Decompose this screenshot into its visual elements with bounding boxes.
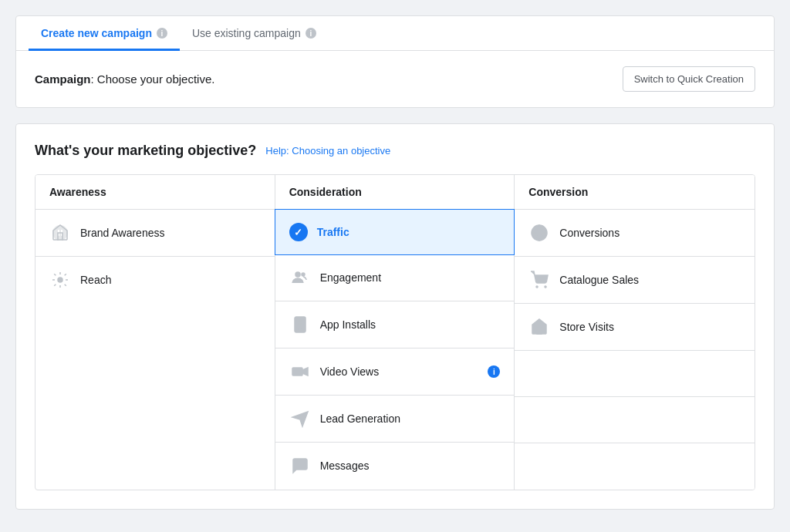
svg-point-19: [536, 286, 538, 288]
svg-point-20: [545, 286, 546, 288]
svg-rect-15: [292, 368, 302, 375]
app-installs-label: App Installs: [320, 318, 376, 331]
top-card: Create new campaign i Use existing campa…: [15, 15, 775, 108]
catalogue-sales-icon: [528, 269, 550, 291]
empty-cell-1: [515, 351, 755, 397]
tab-use-existing-info-icon: i: [306, 28, 316, 39]
tab-create-new-info-icon: i: [157, 28, 167, 39]
objective-item-video-views[interactable]: Video Views i: [275, 348, 515, 396]
brand-awareness-label: Brand Awareness: [80, 227, 164, 239]
engagement-label: Engagement: [320, 271, 381, 284]
objective-section: What's your marketing objective? Help: C…: [15, 123, 775, 510]
empty-cell-3: [515, 443, 755, 490]
reach-icon: [49, 269, 71, 291]
objective-item-catalogue-sales[interactable]: Catalogue Sales: [515, 257, 755, 304]
objective-item-conversions[interactable]: Conversions: [515, 210, 755, 257]
reach-label: Reach: [80, 274, 111, 286]
objective-item-app-installs[interactable]: App Installs: [275, 301, 515, 348]
lead-generation-icon: [289, 408, 311, 429]
svg-line-7: [65, 274, 66, 275]
svg-line-8: [54, 285, 56, 286]
objective-item-store-visits[interactable]: Store Visits: [515, 304, 755, 351]
objective-item-traffic[interactable]: Traffic: [275, 209, 515, 255]
column-conversion: Conversion Conversions: [515, 175, 755, 490]
tab-use-existing[interactable]: Use existing campaign i: [180, 16, 329, 51]
store-visits-label: Store Visits: [559, 321, 614, 333]
traffic-selected-check: [289, 223, 308, 241]
card-body: Campaign: Choose your objective. Switch …: [16, 51, 774, 107]
help-link[interactable]: Help: Choosing an objective: [265, 145, 390, 157]
tab-bar: Create new campaign i Use existing campa…: [16, 16, 774, 51]
video-views-icon: [289, 361, 311, 382]
column-header-awareness: Awareness: [35, 175, 275, 210]
messages-icon: [289, 455, 311, 476]
brand-awareness-icon: [49, 222, 71, 244]
column-header-conversion: Conversion: [515, 175, 755, 210]
tab-create-new[interactable]: Create new campaign i: [29, 16, 180, 51]
objective-title: What's your marketing objective?: [35, 143, 256, 159]
objective-grid: Awareness Brand Awareness: [35, 174, 755, 490]
objective-item-lead-generation[interactable]: Lead Generation: [275, 396, 515, 443]
svg-point-9: [295, 272, 300, 277]
video-views-info-icon[interactable]: i: [488, 365, 500, 378]
switch-to-quick-creation-button[interactable]: Switch to Quick Creation: [623, 66, 755, 92]
column-awareness: Awareness Brand Awareness: [35, 175, 275, 490]
svg-point-0: [58, 278, 62, 282]
column-consideration: Consideration Traffic: [275, 175, 515, 490]
conversions-icon: [528, 222, 550, 244]
svg-point-10: [302, 273, 305, 276]
objective-item-reach[interactable]: Reach: [35, 257, 275, 303]
engagement-icon: [289, 267, 311, 288]
campaign-label-rest: : Choose your objective.: [91, 72, 215, 86]
column-header-consideration: Consideration: [275, 175, 515, 210]
svg-marker-16: [292, 412, 308, 426]
objective-header: What's your marketing objective? Help: C…: [35, 143, 755, 159]
video-views-label: Video Views: [320, 365, 380, 378]
store-visits-icon: [528, 316, 550, 338]
lead-generation-label: Lead Generation: [320, 412, 400, 425]
objective-item-engagement[interactable]: Engagement: [275, 254, 515, 301]
conversions-label: Conversions: [559, 227, 620, 239]
traffic-label: Traffic: [317, 226, 349, 238]
catalogue-sales-label: Catalogue Sales: [559, 274, 639, 286]
app-installs-icon: [289, 314, 311, 335]
objective-item-brand-awareness[interactable]: Brand Awareness: [35, 210, 275, 257]
page-wrapper: Create new campaign i Use existing campa…: [0, 0, 790, 525]
messages-label: Messages: [320, 460, 370, 472]
svg-line-5: [54, 274, 56, 275]
tab-use-existing-label: Use existing campaign: [192, 27, 301, 39]
tab-create-new-label: Create new campaign: [41, 27, 152, 39]
campaign-label-bold: Campaign: [35, 72, 91, 86]
objective-item-messages[interactable]: Messages: [275, 443, 515, 489]
empty-cell-2: [515, 397, 755, 443]
svg-line-6: [65, 285, 66, 286]
campaign-label: Campaign: Choose your objective.: [35, 72, 214, 86]
